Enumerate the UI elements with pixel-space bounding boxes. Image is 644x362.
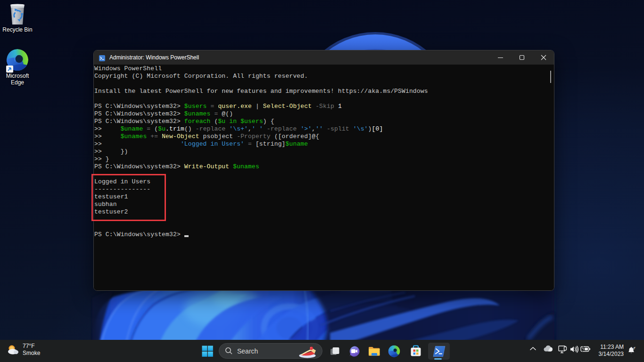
svg-text:z: z <box>634 346 636 349</box>
